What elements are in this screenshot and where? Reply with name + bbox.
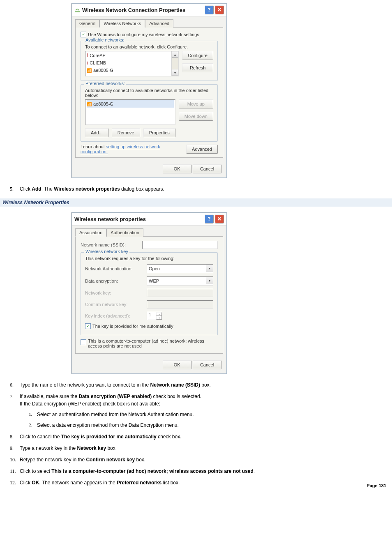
enc-combo[interactable]: WEP ▾ [147, 276, 213, 286]
auth-row: Network Authentication: Open ▾ [85, 264, 213, 273]
tab-association[interactable]: Association [75, 228, 106, 237]
movedown-button[interactable]: Move down [179, 112, 213, 121]
list-item[interactable]: 📶ae8005-G [87, 67, 170, 74]
step-12: 12. Click OK. The network name appears i… [6, 479, 386, 486]
ok-button[interactable]: OK [163, 164, 191, 173]
signal-icon: 📶 [87, 102, 92, 106]
preferred-legend: Preferred networks: [84, 81, 126, 86]
available-hint: To connect to an available network, clic… [85, 44, 213, 49]
tab-general[interactable]: General [75, 19, 99, 28]
adhoc-row: This is a computer-to-computer (ad hoc) … [81, 339, 218, 348]
scroll-down[interactable]: ▾ [172, 69, 178, 76]
wireless-key-group: Wireless network key This network requir… [81, 252, 218, 335]
ok-button[interactable]: OK [163, 360, 191, 369]
use-windows-row: ✓ Use Windows to configure my wireless n… [81, 32, 218, 37]
adhoc-label: This is a computer-to-computer (ad hoc) … [88, 339, 218, 348]
titlebar: Wireless network properties ? ✕ [72, 213, 226, 226]
preferred-hint: Automatically connect to available netwo… [85, 88, 213, 98]
step-9: 9. Type a network key in the Network key… [6, 444, 386, 452]
refresh-button[interactable]: Refresh [182, 63, 213, 72]
key-index-spinner: 1 ▴▾ [147, 312, 162, 320]
use-windows-checkbox[interactable]: ✓ [81, 32, 86, 37]
info-icon: i [87, 53, 88, 58]
step-6: 6. Type the name of the network you want… [6, 381, 386, 389]
adhoc-checkbox[interactable] [81, 339, 86, 345]
help-button[interactable]: ? [205, 5, 214, 14]
close-button[interactable]: ✕ [215, 214, 224, 223]
page-number: Page 131 [367, 482, 386, 489]
available-networks-group: Available networks: To connect to an ava… [81, 41, 218, 81]
tab-wireless-networks[interactable]: Wireless Networks [99, 19, 145, 28]
available-networks-list[interactable]: iCoreAP iCLIENB 📶ae8005-G ▴ ▾ [85, 51, 179, 76]
info-icon: i [87, 60, 88, 66]
step-8: 8. Click to cancel the The key is provid… [6, 433, 386, 440]
advanced-button[interactable]: Advanced [186, 145, 218, 154]
preferred-networks-list[interactable]: 📶ae8005-G [85, 99, 175, 125]
scrollbar[interactable]: ▴ ▾ [171, 51, 178, 76]
signal-icon: 📶 [87, 68, 92, 73]
network-key-input [147, 289, 213, 297]
index-label: Key index (advanced): [85, 313, 147, 318]
auto-key-label: The key is provided for me automatically [92, 324, 173, 329]
preferred-networks-group: Preferred networks: Automatically connec… [81, 84, 218, 142]
dialog-title: Wireless network properties [74, 216, 203, 222]
key-legend: Wireless network key [84, 249, 129, 254]
help-button[interactable]: ? [205, 214, 214, 223]
auto-key-checkbox[interactable]: ✓ [85, 323, 91, 329]
tab-authentication[interactable]: Authentication [106, 228, 143, 237]
spin-up-icon: ▴ [156, 312, 162, 316]
close-button[interactable]: ✕ [215, 5, 224, 14]
cancel-button[interactable]: Cancel [193, 164, 221, 173]
use-windows-label: Use Windows to configure my wireless net… [88, 32, 199, 37]
cancel-button[interactable]: Cancel [193, 360, 221, 369]
step-5: 5. Click Add. The Wireless network prope… [6, 185, 386, 193]
wireless-icon [74, 7, 80, 13]
step-10: 10. Retype the network key in the Confir… [6, 456, 386, 463]
add-button[interactable]: Add... [85, 128, 108, 137]
wireless-connection-properties-dialog: Wireless Network Connection Properties ?… [71, 3, 227, 178]
tab-panel: Network name (SSID): Wireless network ke… [75, 237, 223, 354]
confirm-label: Confirm network key: [85, 302, 147, 307]
tab-advanced[interactable]: Advanced [145, 19, 173, 28]
auth-label: Network Authentication: [85, 266, 147, 271]
remove-button[interactable]: Remove [112, 128, 140, 137]
svg-rect-0 [75, 11, 80, 12]
auto-key-row: ✓ The key is provided for me automatical… [85, 323, 213, 329]
wireless-network-properties-dialog: Wireless network properties ? ✕ Associat… [71, 212, 227, 374]
tab-strip: Association Authentication [75, 228, 223, 237]
confirm-row: Confirm network key: [85, 300, 213, 309]
step-7-2: 2.Select a data encryption method from t… [29, 421, 386, 429]
properties-button[interactable]: Properties [143, 128, 175, 137]
list-item[interactable]: 📶ae8005-G [87, 100, 174, 108]
ssid-label: Network name (SSID): [81, 242, 142, 247]
chevron-down-icon: ▾ [206, 265, 213, 272]
tab-panel: ✓ Use Windows to configure my wireless n… [75, 28, 223, 158]
ssid-row: Network name (SSID): [81, 241, 218, 249]
list-item[interactable]: iCoreAP [87, 52, 170, 59]
ssid-input[interactable] [142, 241, 218, 249]
enc-label: Data encryption: [85, 279, 147, 283]
moveup-button[interactable]: Move up [179, 99, 213, 108]
step-7: 7. If available, make sure the Data encr… [6, 393, 386, 429]
section-header: Wireless Network Properties [0, 198, 392, 207]
learn-text: Learn about setting up wireless network … [81, 144, 186, 154]
key-label: Network key: [85, 290, 147, 295]
titlebar: Wireless Network Connection Properties ?… [72, 4, 226, 16]
list-item[interactable]: iCLIENB [87, 59, 170, 67]
index-row: Key index (advanced): 1 ▴▾ [85, 312, 213, 320]
auth-combo[interactable]: Open ▾ [147, 264, 213, 273]
available-legend: Available networks: [84, 37, 126, 42]
spin-down-icon: ▾ [156, 316, 162, 320]
enc-row: Data encryption: WEP ▾ [85, 276, 213, 286]
confirm-key-input [147, 300, 213, 309]
requires-text: This network requires a key for the foll… [85, 256, 213, 261]
configure-button[interactable]: Configure [182, 51, 213, 60]
chevron-down-icon: ▾ [206, 277, 213, 284]
step-11: 11. Click to select This is a computer-t… [6, 467, 386, 475]
key-row: Network key: [85, 289, 213, 297]
dialog-title: Wireless Network Connection Properties [82, 7, 203, 13]
scroll-up[interactable]: ▴ [172, 51, 178, 58]
step-7-1: 1.Select an authentication method from t… [29, 411, 386, 418]
tab-strip: General Wireless Networks Advanced [75, 19, 223, 28]
